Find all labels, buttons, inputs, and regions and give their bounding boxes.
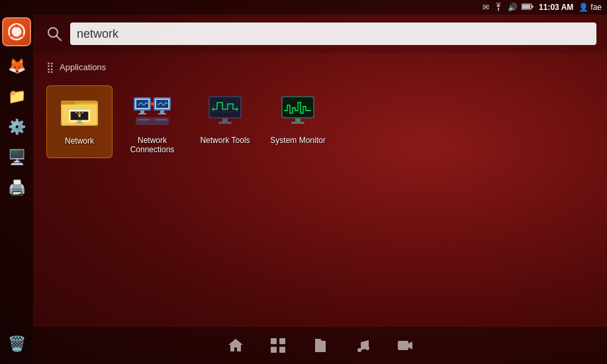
apps-grid-icon <box>269 337 287 354</box>
search-icon <box>47 26 62 41</box>
wifi-icon[interactable] <box>493 3 504 13</box>
svg-point-0 <box>498 9 499 11</box>
clock: 11:03 AM <box>539 3 573 12</box>
video-icon <box>397 337 414 354</box>
app-label-network-connections: Network Connections <box>123 136 181 154</box>
app-label-system-monitor: System Monitor <box>270 136 325 145</box>
svg-rect-55 <box>271 338 277 344</box>
svg-point-24 <box>79 112 80 113</box>
network-connections-icon-wrap <box>131 89 173 132</box>
bottom-bar-files[interactable] <box>306 331 335 360</box>
svg-rect-26 <box>75 122 83 124</box>
app-item-network-tools[interactable]: Network Tools <box>192 85 258 158</box>
settings-icon: ⚙️ <box>8 118 26 136</box>
sidebar-item-settings[interactable]: ⚙️ <box>2 113 31 142</box>
main-content: ⣿ Applications <box>33 53 607 327</box>
svg-rect-57 <box>271 347 277 353</box>
svg-rect-13 <box>61 101 75 105</box>
bottom-bar-home[interactable] <box>221 331 250 360</box>
ubuntu-logo-button[interactable] <box>2 17 31 46</box>
svg-point-18 <box>78 114 81 117</box>
network-tools-icon-wrap <box>204 89 246 132</box>
svg-rect-41 <box>138 119 150 120</box>
search-icon-wrap <box>44 23 65 44</box>
bottom-bar-apps[interactable] <box>263 331 293 360</box>
app-item-system-monitor[interactable]: System Monitor <box>265 85 331 158</box>
battery-icon[interactable] <box>522 3 534 13</box>
files-icon <box>312 337 329 354</box>
trash-icon: 🗑️ <box>8 336 26 353</box>
app-label-network-tools: Network Tools <box>200 136 250 145</box>
svg-line-10 <box>57 36 62 41</box>
svg-point-60 <box>365 346 369 350</box>
svg-rect-30 <box>138 113 146 114</box>
files-icon: 📁 <box>8 88 26 105</box>
svg-rect-34 <box>158 113 166 114</box>
top-bar: ✉ 🔊 11:03 AM 👤 fae <box>0 0 607 15</box>
home-icon <box>227 337 244 354</box>
sidebar-item-trash[interactable]: 🗑️ <box>2 330 31 359</box>
sidebar: 🦊 📁 ⚙️ 🖥️ 🖨️ 🗑️ <box>0 15 33 364</box>
svg-point-23 <box>82 112 83 113</box>
music-icon <box>354 337 371 354</box>
user-indicator[interactable]: 👤 fae <box>579 3 602 12</box>
section-icon: ⣿ <box>46 61 54 73</box>
system-monitor-app-icon <box>278 91 318 130</box>
svg-rect-46 <box>218 122 232 124</box>
network-connections-app-icon <box>132 91 172 130</box>
app-label-network: Network <box>65 136 94 146</box>
volume-icon[interactable]: 🔊 <box>508 3 518 12</box>
svg-point-8 <box>20 34 23 37</box>
svg-marker-62 <box>408 341 412 349</box>
user-icon: 👤 <box>579 3 588 12</box>
svg-rect-54 <box>291 122 304 124</box>
svg-point-59 <box>357 348 361 352</box>
section-header: ⣿ Applications <box>33 53 607 79</box>
svg-rect-25 <box>77 120 81 122</box>
network-app-icon <box>60 91 99 131</box>
svg-point-22 <box>75 112 77 113</box>
search-input[interactable] <box>70 23 596 45</box>
network-icon-wrap <box>58 90 101 132</box>
svg-rect-33 <box>160 111 164 113</box>
sidebar-item-printer[interactable]: 🖨️ <box>2 173 31 203</box>
terminal-icon: 🖥️ <box>8 149 26 166</box>
svg-rect-58 <box>279 347 285 353</box>
network-tools-app-icon <box>205 91 245 130</box>
svg-point-7 <box>10 34 13 37</box>
app-item-network[interactable]: Network <box>46 85 113 158</box>
printer-icon: 🖨️ <box>8 179 26 197</box>
svg-rect-53 <box>295 118 301 122</box>
svg-rect-29 <box>140 111 144 113</box>
svg-rect-45 <box>222 118 228 122</box>
app-item-network-connections[interactable]: Network Connections <box>119 85 185 158</box>
svg-rect-3 <box>532 5 534 7</box>
system-tray: ✉ 🔊 <box>483 3 534 13</box>
search-area <box>33 15 607 53</box>
svg-rect-44 <box>210 97 240 117</box>
svg-rect-56 <box>279 338 285 344</box>
sidebar-item-firefox[interactable]: 🦊 <box>2 52 31 81</box>
bottom-bar-video[interactable] <box>391 331 420 360</box>
system-monitor-icon-wrap <box>277 89 319 132</box>
svg-rect-61 <box>398 341 408 350</box>
section-label: Applications <box>60 62 106 72</box>
svg-point-6 <box>15 24 19 28</box>
svg-rect-2 <box>522 5 530 9</box>
sidebar-item-files[interactable]: 📁 <box>2 82 31 111</box>
svg-rect-40 <box>136 117 169 125</box>
sidebar-item-terminal[interactable]: 🖥️ <box>2 143 31 172</box>
bottom-bar <box>33 327 607 364</box>
app-grid: Network <box>33 79 607 165</box>
username: fae <box>590 3 602 12</box>
bottom-bar-music[interactable] <box>348 331 377 360</box>
mail-icon[interactable]: ✉ <box>483 3 489 12</box>
firefox-icon: 🦊 <box>8 58 26 75</box>
svg-rect-42 <box>155 119 167 120</box>
